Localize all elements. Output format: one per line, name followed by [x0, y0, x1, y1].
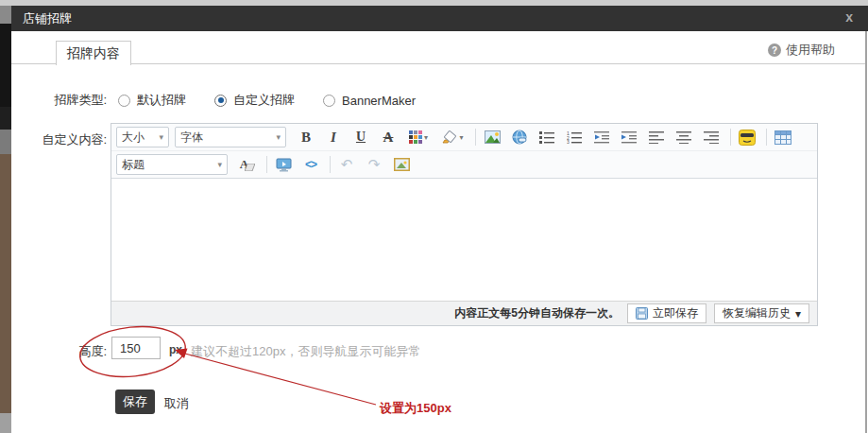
- align-left-button[interactable]: [644, 126, 669, 148]
- eraser-icon: [245, 164, 255, 171]
- picture-frame-icon: [394, 158, 410, 171]
- radio-icon: [323, 95, 335, 107]
- svg-text:3: 3: [567, 139, 570, 144]
- align-left-icon: [649, 131, 664, 144]
- remove-format-button[interactable]: A: [235, 153, 260, 176]
- italic-button[interactable]: I: [321, 126, 346, 148]
- help-link[interactable]: ? 使用帮助: [768, 42, 835, 59]
- height-hint: 建议不超过120px，否则导航显示可能异常: [191, 343, 420, 360]
- align-right-button[interactable]: [699, 126, 723, 148]
- paragraph-style-value: 标题: [122, 157, 145, 173]
- chevron-down-icon: ▾: [424, 133, 428, 142]
- ordered-list-button[interactable]: 1 2 3: [562, 126, 587, 148]
- chevron-down-icon: ▾: [276, 132, 281, 142]
- toolbar-separator: [475, 129, 476, 146]
- radio-default-banner[interactable]: 默认招牌: [118, 92, 186, 109]
- strikethrough-button[interactable]: A: [376, 126, 400, 148]
- restore-history-label: 恢复编辑历史: [723, 305, 791, 321]
- outdent-button[interactable]: [589, 126, 614, 148]
- image-icon: [485, 130, 501, 144]
- radio-bannermaker[interactable]: BannerMaker: [323, 94, 416, 108]
- align-center-icon: [676, 131, 691, 144]
- toolbar-separator: [266, 156, 267, 173]
- undo-button[interactable]: ↶: [334, 153, 359, 176]
- banner-type-row: 招牌类型: 默认招牌 自定义招牌 BannerMaker: [48, 92, 444, 109]
- save-button[interactable]: 保存: [115, 390, 155, 414]
- dialog-titlebar: 店铺招牌 x: [11, 6, 868, 31]
- numbered-list-icon: 1 2 3: [567, 130, 582, 144]
- custom-content-label: 自定义内容:: [42, 131, 107, 148]
- chevron-down-icon: ▾: [795, 307, 801, 320]
- dialog-title: 店铺招牌: [23, 10, 72, 27]
- underline-button[interactable]: U: [349, 126, 373, 148]
- question-icon: ?: [768, 43, 781, 57]
- redo-icon: ↷: [368, 156, 381, 173]
- autosave-text: 内容正文每5分钟自动保存一次。: [454, 305, 620, 321]
- radio-label: 自定义招牌: [233, 92, 295, 109]
- font-family-value: 字体: [180, 130, 203, 146]
- table-icon: [774, 130, 791, 145]
- cancel-button[interactable]: 取消: [164, 395, 189, 412]
- undo-icon: ↶: [341, 156, 353, 173]
- save-now-button[interactable]: 立即保存: [627, 303, 706, 323]
- indent-button[interactable]: [617, 126, 641, 148]
- chevron-down-icon: ▾: [159, 132, 163, 142]
- code-icon: <>: [305, 158, 316, 171]
- insert-table-button[interactable]: [771, 126, 795, 148]
- editor-statusbar: 内容正文每5分钟自动保存一次。 立即保存 恢复编辑历史 ▾: [111, 301, 817, 325]
- tab-banner-content[interactable]: 招牌内容: [56, 41, 131, 65]
- insert-image-button[interactable]: [480, 126, 504, 148]
- chevron-down-icon: ▾: [459, 133, 463, 142]
- chevron-down-icon: ▾: [217, 160, 222, 169]
- page-left-strip: [0, 6, 11, 24]
- emoji-icon: [739, 130, 756, 146]
- page-left-strip: [0, 413, 11, 433]
- emoticon-button[interactable]: [735, 126, 759, 148]
- floppy-disk-icon: [636, 307, 648, 320]
- save-now-label: 立即保存: [653, 305, 698, 321]
- outdent-icon: [594, 130, 609, 144]
- bold-button[interactable]: B: [294, 126, 318, 148]
- color-palette-icon: [409, 130, 422, 144]
- font-size-dropdown[interactable]: 大小 ▾: [116, 127, 169, 147]
- globe-link-icon: [512, 130, 527, 145]
- toolbar-separator: [730, 129, 731, 146]
- radio-custom-banner[interactable]: 自定义招牌: [214, 92, 295, 109]
- framed-picture-button[interactable]: [389, 153, 414, 176]
- redo-button[interactable]: ↷: [362, 153, 386, 176]
- editor-toolbar-row1: 大小 ▾ 字体 ▾ B I U A ▾ ▾: [111, 124, 817, 151]
- source-code-button[interactable]: <>: [298, 153, 323, 176]
- bullet-list-icon: [539, 130, 554, 144]
- height-unit: px: [169, 343, 182, 356]
- close-icon[interactable]: x: [845, 9, 853, 25]
- page-left-strip: [0, 130, 11, 154]
- paint-bucket-icon: [441, 130, 457, 145]
- radio-label: 默认招牌: [137, 92, 186, 109]
- paragraph-style-dropdown[interactable]: 标题 ▾: [116, 154, 228, 175]
- height-input[interactable]: [111, 337, 161, 359]
- hyperlink-button[interactable]: [507, 126, 532, 148]
- dialog-right-edge: [865, 31, 867, 433]
- height-label: 高度:: [42, 343, 107, 360]
- fullscreen-button[interactable]: [271, 153, 296, 176]
- bold-icon: B: [301, 130, 311, 146]
- banner-type-label: 招牌类型:: [48, 92, 107, 109]
- align-center-button[interactable]: [672, 126, 696, 148]
- toolbar-separator: [330, 156, 331, 173]
- radio-icon-selected: [214, 95, 227, 107]
- font-color-button[interactable]: ▾: [403, 126, 434, 148]
- font-family-dropdown[interactable]: 字体 ▾: [175, 127, 286, 147]
- rich-text-editor: 大小 ▾ 字体 ▾ B I U A ▾ ▾: [111, 123, 818, 326]
- strikethrough-icon: A: [383, 130, 394, 146]
- editor-toolbar-row2: 标题 ▾ A <> ↶ ↷: [111, 151, 817, 179]
- tab-divider: [11, 63, 865, 64]
- restore-history-button[interactable]: 恢复编辑历史 ▾: [714, 303, 809, 323]
- fill-color-button[interactable]: ▾: [436, 126, 468, 148]
- underline-icon: U: [356, 130, 366, 145]
- toolbar-separator: [766, 129, 767, 146]
- font-size-value: 大小: [122, 130, 145, 146]
- radio-icon: [118, 95, 130, 107]
- unordered-list-button[interactable]: [535, 126, 559, 148]
- monitor-icon: [276, 158, 292, 172]
- editor-content[interactable]: [111, 179, 817, 301]
